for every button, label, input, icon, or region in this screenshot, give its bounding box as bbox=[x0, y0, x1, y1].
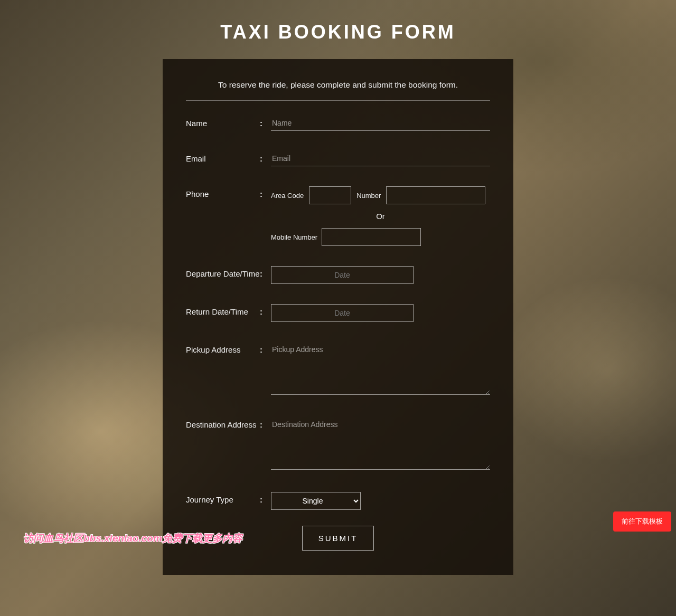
field-journey: Single bbox=[268, 492, 490, 510]
label-name-text: Name bbox=[186, 119, 207, 128]
label-pickup-text: Pickup Address bbox=[186, 345, 240, 354]
mobile-line: Mobile Number bbox=[271, 228, 490, 246]
label-destination: Destination Address : bbox=[186, 417, 268, 429]
colon: : bbox=[260, 269, 268, 278]
field-departure bbox=[268, 266, 490, 284]
pickup-address-input[interactable] bbox=[271, 342, 490, 395]
label-return-text: Return Date/Time bbox=[186, 307, 248, 316]
area-code-input[interactable] bbox=[309, 186, 351, 204]
colon: : bbox=[260, 307, 268, 316]
field-email bbox=[268, 151, 490, 166]
colon: : bbox=[260, 119, 268, 128]
field-return bbox=[268, 304, 490, 322]
return-date-input[interactable] bbox=[271, 304, 414, 322]
field-phone: Area Code Number Or Mobile Number bbox=[268, 186, 490, 246]
row-name: Name : bbox=[186, 116, 490, 131]
submit-button[interactable]: SUBMIT bbox=[302, 526, 374, 551]
colon: : bbox=[260, 420, 268, 429]
row-pickup: Pickup Address : bbox=[186, 342, 490, 397]
phone-number-input[interactable] bbox=[386, 186, 485, 204]
label-email-text: Email bbox=[186, 154, 206, 163]
colon: : bbox=[260, 154, 268, 163]
label-departure-text: Departure Date/Time bbox=[186, 269, 260, 278]
label-pickup: Pickup Address : bbox=[186, 342, 268, 354]
label-journey-text: Journey Type bbox=[186, 495, 233, 504]
field-pickup bbox=[268, 342, 490, 397]
row-email: Email : bbox=[186, 151, 490, 166]
label-phone-text: Phone bbox=[186, 189, 209, 198]
colon: : bbox=[260, 345, 268, 354]
field-destination bbox=[268, 417, 490, 472]
submit-wrap: SUBMIT bbox=[186, 526, 490, 551]
row-journey: Journey Type : Single bbox=[186, 492, 490, 510]
label-name: Name : bbox=[186, 116, 268, 128]
field-name bbox=[268, 116, 490, 131]
destination-address-input[interactable] bbox=[271, 417, 490, 470]
journey-type-select[interactable]: Single bbox=[271, 492, 361, 510]
page-title: TAXI BOOKING FORM bbox=[220, 21, 455, 43]
download-template-button[interactable]: 前往下载模板 bbox=[613, 511, 671, 532]
colon: : bbox=[260, 495, 268, 504]
email-input[interactable] bbox=[271, 151, 490, 166]
or-text: Or bbox=[271, 212, 490, 221]
row-return: Return Date/Time : bbox=[186, 304, 490, 322]
label-journey: Journey Type : bbox=[186, 492, 268, 504]
row-departure: Departure Date/Time : bbox=[186, 266, 490, 284]
label-destination-text: Destination Address bbox=[186, 420, 256, 429]
form-intro: To reserve the ride, please complete and… bbox=[186, 80, 490, 101]
label-departure: Departure Date/Time : bbox=[186, 266, 268, 278]
departure-date-input[interactable] bbox=[271, 266, 414, 284]
booking-form-card: To reserve the ride, please complete and… bbox=[163, 59, 513, 575]
phone-line-1: Area Code Number bbox=[271, 186, 490, 204]
label-phone: Phone : bbox=[186, 186, 268, 198]
mobile-number-input[interactable] bbox=[322, 228, 421, 246]
label-email: Email : bbox=[186, 151, 268, 163]
row-phone: Phone : Area Code Number Or Mobile Numbe… bbox=[186, 186, 490, 246]
page-wrapper: TAXI BOOKING FORM To reserve the ride, p… bbox=[0, 0, 676, 616]
area-code-label: Area Code bbox=[271, 192, 304, 200]
number-label: Number bbox=[356, 192, 381, 200]
row-destination: Destination Address : bbox=[186, 417, 490, 472]
colon: : bbox=[260, 189, 268, 198]
label-return: Return Date/Time : bbox=[186, 304, 268, 316]
name-input[interactable] bbox=[271, 116, 490, 131]
mobile-label: Mobile Number bbox=[271, 233, 317, 241]
